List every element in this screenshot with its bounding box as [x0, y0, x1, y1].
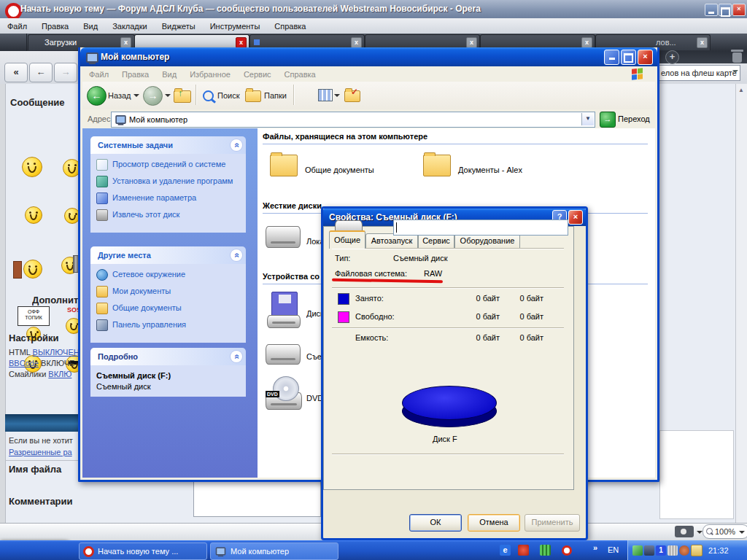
trash-icon[interactable] — [732, 52, 742, 63]
floppy-drive-icon[interactable] — [267, 315, 301, 328]
offtopic-sign[interactable]: ОФФ ТОПИК — [18, 306, 50, 326]
minimize-button[interactable] — [604, 50, 619, 65]
collapse-chevron-icon[interactable]: « — [231, 351, 242, 362]
menu-edit[interactable]: Правка — [115, 70, 155, 79]
search-label[interactable]: Поиск — [217, 91, 239, 100]
task-add-remove-programs[interactable]: Установка и удаление программ — [96, 176, 243, 187]
back-button[interactable]: ← — [29, 63, 53, 82]
collapse-chevron-icon[interactable]: « — [231, 249, 242, 261]
views-chevron-icon[interactable] — [334, 94, 340, 100]
tray-icon-keyboard[interactable] — [667, 545, 678, 556]
opera-menu-widgets[interactable]: Виджеты — [155, 22, 203, 31]
smiley[interactable] — [23, 260, 42, 279]
forward-history-chevron-icon[interactable] — [165, 94, 171, 100]
link-my-documents[interactable]: Мои документы — [96, 287, 243, 298]
opera-menu-file[interactable]: Файл — [0, 22, 34, 31]
bbcode-link[interactable]: BBCode — [9, 359, 39, 368]
menu-service[interactable]: Сервис — [237, 70, 278, 79]
floppy-icon[interactable] — [271, 292, 298, 318]
comments-textarea[interactable] — [193, 481, 321, 517]
apply-button[interactable]: Применить — [525, 514, 580, 532]
folder-icon[interactable] — [270, 155, 298, 176]
tray-icon-antivirus[interactable] — [632, 545, 643, 556]
address-combo[interactable]: Мой компьютер ▼ — [111, 112, 595, 128]
link-shared-documents[interactable]: Общие документы — [96, 303, 243, 314]
tab-hardware[interactable]: Оборудование — [454, 233, 520, 248]
tab-close-icon[interactable]: x — [236, 37, 247, 48]
taskbar-task-my-computer[interactable]: Мой компьютер — [210, 542, 338, 560]
harddisk-icon[interactable] — [266, 226, 301, 248]
menu-favorites[interactable]: Избранное — [183, 70, 237, 79]
task-system-info[interactable]: Просмотр сведений о системе — [96, 160, 243, 171]
tab-close-icon[interactable]: x — [120, 37, 131, 48]
chevron-down-icon[interactable] — [739, 531, 745, 537]
taskbar-task-opera[interactable]: Начать новую тему ... — [79, 542, 207, 560]
menu-file[interactable]: Файл — [82, 70, 115, 79]
images-toggle-button[interactable] — [675, 526, 694, 537]
tab-close-icon[interactable]: x — [351, 37, 362, 48]
back-label[interactable]: Назад — [108, 91, 131, 100]
opera-titlebar[interactable]: Начать новую тему — Форум АДСЛ Клуба — с… — [0, 0, 747, 19]
tab-close-icon[interactable]: x — [697, 37, 708, 48]
opera-menu-bookmarks[interactable]: Закладки — [105, 22, 155, 31]
search-icon[interactable] — [203, 90, 214, 101]
folder-shared-documents[interactable]: Общие документы — [305, 166, 374, 174]
tab-close-icon[interactable]: x — [581, 37, 592, 48]
chevron-down-icon[interactable] — [697, 531, 703, 537]
explorer-titlebar[interactable]: Мой компьютер × — [80, 47, 657, 66]
go-button[interactable]: → — [600, 112, 616, 128]
smiley[interactable] — [22, 157, 42, 177]
tray-opera-icon[interactable] — [562, 545, 572, 556]
form-field[interactable] — [659, 430, 734, 519]
smilies-state-link[interactable]: ВКЛЮ — [48, 370, 71, 378]
new-tab-button[interactable]: + — [665, 50, 679, 64]
other-places-header[interactable]: Другие места « — [90, 246, 246, 264]
folders-icon[interactable] — [245, 90, 261, 102]
scroll-up-icon[interactable]: ▲ — [737, 86, 746, 95]
menu-help[interactable]: Справка — [278, 70, 322, 79]
removable-disk-icon[interactable] — [266, 344, 301, 365]
opera-restore-button[interactable] — [719, 4, 732, 16]
forward-button[interactable]: → — [143, 86, 163, 106]
volume-label-input[interactable] — [393, 219, 568, 236]
views-button[interactable] — [318, 89, 333, 101]
opera-menu-tools[interactable]: Инструменты — [203, 22, 268, 31]
allowed-extensions-link[interactable]: Разрешенные ра — [9, 448, 80, 456]
task-change-setting[interactable]: Изменение параметра — [96, 193, 243, 204]
ok-button[interactable]: ОК — [409, 514, 462, 532]
tray-battery-icon[interactable] — [540, 545, 551, 556]
folders-label[interactable]: Папки — [264, 91, 287, 100]
tray-chevron[interactable]: » — [593, 543, 597, 552]
opera-search-combo[interactable]: елов на флеш карте — [657, 65, 740, 81]
up-folder-button[interactable]: ↑ — [174, 90, 191, 103]
opera-panels-button[interactable] — [0, 34, 27, 51]
task-eject-disk[interactable]: Извлечь этот диск — [96, 210, 243, 221]
page-scrollbar[interactable] — [735, 84, 747, 523]
chevron-down-icon[interactable]: ▼ — [581, 113, 594, 125]
rewind-button[interactable]: « — [4, 63, 28, 82]
smiley[interactable] — [25, 206, 42, 224]
system-tasks-header[interactable]: Системные задачи « — [90, 136, 246, 154]
tray-icon-mail[interactable] — [691, 545, 703, 556]
cancel-button[interactable]: Отмена — [468, 514, 520, 532]
tray-red-icon[interactable] — [518, 545, 529, 556]
link-network[interactable]: Сетевое окружение — [96, 270, 243, 281]
opera-menu-edit[interactable]: Правка — [34, 22, 76, 31]
collapse-chevron-icon[interactable]: « — [231, 139, 242, 151]
tab-close-icon[interactable]: x — [466, 37, 477, 48]
tray-icon-phone[interactable] — [679, 545, 689, 556]
tray-icon-display[interactable] — [644, 545, 654, 556]
tab-tools[interactable]: Сервис — [418, 233, 454, 248]
chevron-down-icon[interactable] — [732, 70, 738, 76]
opera-close-button[interactable]: × — [732, 4, 746, 16]
folder-documents-alex[interactable]: Документы - Alex — [458, 166, 522, 174]
folder-icon[interactable] — [423, 155, 451, 176]
language-indicator[interactable]: EN — [608, 545, 619, 554]
dialog-close-button[interactable]: × — [568, 210, 583, 225]
go-label[interactable]: Переход — [618, 114, 650, 123]
opera-menu-help[interactable]: Справка — [267, 22, 313, 31]
close-button[interactable]: × — [638, 50, 653, 65]
tab-general[interactable]: Общие — [329, 230, 365, 249]
opera-menu-view[interactable]: Вид — [76, 22, 105, 31]
menu-view[interactable]: Вид — [155, 70, 183, 79]
